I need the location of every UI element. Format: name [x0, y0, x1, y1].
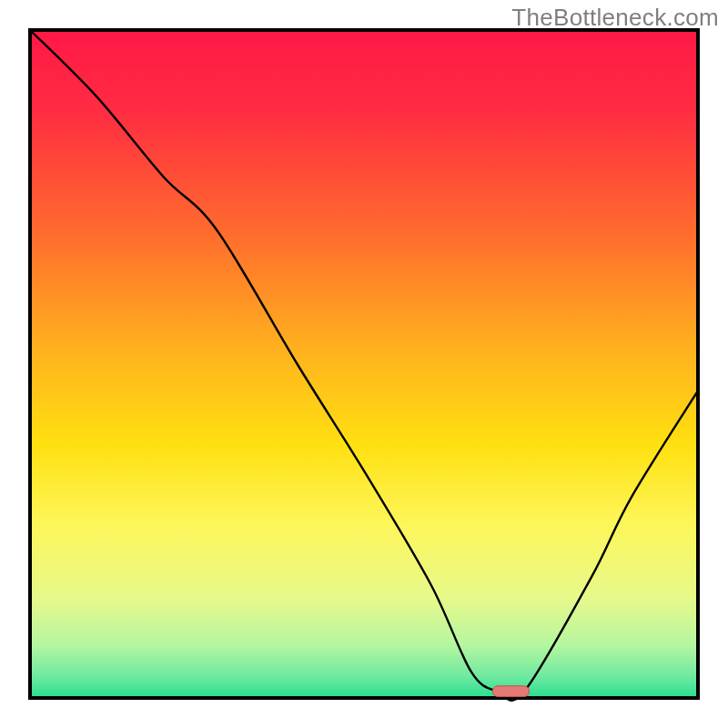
- plot-background: [30, 30, 698, 698]
- optimum-marker: [492, 686, 529, 697]
- bottleneck-chart: [0, 0, 728, 728]
- watermark-text: TheBottleneck.com: [511, 4, 719, 32]
- chart-frame: TheBottleneck.com: [0, 0, 728, 728]
